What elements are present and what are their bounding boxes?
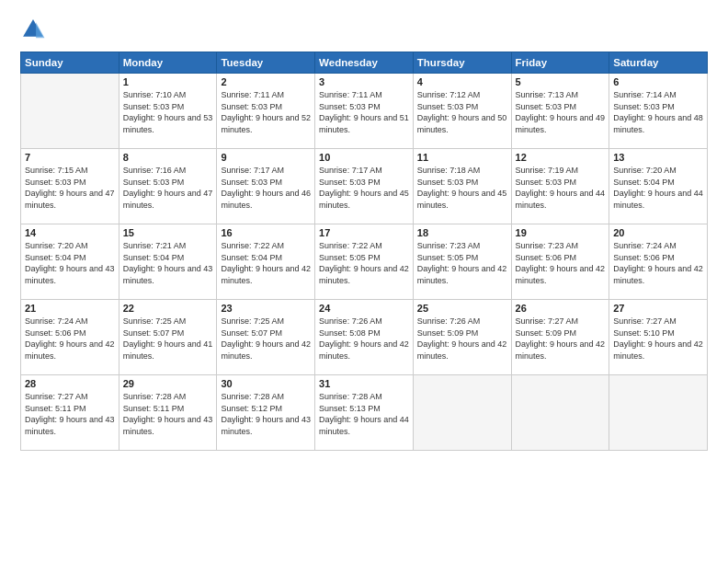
- day-cell: [21, 74, 119, 149]
- day-info: Sunrise: 7:23 AMSunset: 5:06 PMDaylight:…: [516, 240, 606, 286]
- week-row-4: 28Sunrise: 7:27 AMSunset: 5:11 PMDayligh…: [21, 375, 708, 451]
- day-number: 14: [25, 227, 115, 238]
- day-number: 30: [221, 378, 311, 389]
- day-cell: 9Sunrise: 7:17 AMSunset: 5:03 PMDaylight…: [217, 149, 315, 224]
- day-cell: 22Sunrise: 7:25 AMSunset: 5:07 PMDayligh…: [119, 300, 217, 375]
- day-number: 25: [417, 303, 507, 314]
- header-cell-sunday: Sunday: [21, 52, 119, 74]
- day-number: 10: [319, 152, 409, 163]
- day-info: Sunrise: 7:11 AMSunset: 5:03 PMDaylight:…: [221, 89, 311, 135]
- day-number: 31: [319, 378, 409, 389]
- day-number: 23: [221, 303, 311, 314]
- day-info: Sunrise: 7:22 AMSunset: 5:04 PMDaylight:…: [221, 240, 311, 286]
- day-number: 20: [613, 227, 703, 238]
- day-info: Sunrise: 7:20 AMSunset: 5:04 PMDaylight:…: [613, 165, 703, 211]
- day-info: Sunrise: 7:22 AMSunset: 5:05 PMDaylight:…: [319, 240, 409, 286]
- day-cell: 23Sunrise: 7:25 AMSunset: 5:07 PMDayligh…: [217, 300, 315, 375]
- day-cell: 1Sunrise: 7:10 AMSunset: 5:03 PMDaylight…: [119, 74, 217, 149]
- day-number: 27: [613, 303, 703, 314]
- day-cell: 3Sunrise: 7:11 AMSunset: 5:03 PMDaylight…: [315, 74, 414, 149]
- day-info: Sunrise: 7:25 AMSunset: 5:07 PMDaylight:…: [221, 316, 311, 362]
- day-info: Sunrise: 7:27 AMSunset: 5:11 PMDaylight:…: [25, 391, 115, 437]
- day-info: Sunrise: 7:20 AMSunset: 5:04 PMDaylight:…: [25, 240, 115, 286]
- header-cell-wednesday: Wednesday: [315, 52, 414, 74]
- day-cell: 2Sunrise: 7:11 AMSunset: 5:03 PMDaylight…: [217, 74, 315, 149]
- day-info: Sunrise: 7:17 AMSunset: 5:03 PMDaylight:…: [319, 165, 409, 211]
- header-cell-friday: Friday: [511, 52, 609, 74]
- header-row: SundayMondayTuesdayWednesdayThursdayFrid…: [21, 52, 708, 74]
- day-cell: [609, 375, 708, 451]
- day-number: 17: [319, 227, 409, 238]
- day-number: 1: [123, 76, 213, 87]
- day-cell: 28Sunrise: 7:27 AMSunset: 5:11 PMDayligh…: [21, 375, 119, 451]
- day-info: Sunrise: 7:27 AMSunset: 5:09 PMDaylight:…: [516, 316, 606, 362]
- day-cell: 20Sunrise: 7:24 AMSunset: 5:06 PMDayligh…: [609, 224, 708, 300]
- day-cell: 4Sunrise: 7:12 AMSunset: 5:03 PMDaylight…: [413, 74, 511, 149]
- day-info: Sunrise: 7:17 AMSunset: 5:03 PMDaylight:…: [221, 165, 311, 211]
- day-info: Sunrise: 7:21 AMSunset: 5:04 PMDaylight:…: [123, 240, 213, 286]
- day-cell: 21Sunrise: 7:24 AMSunset: 5:06 PMDayligh…: [21, 300, 119, 375]
- day-number: 2: [221, 76, 311, 87]
- day-info: Sunrise: 7:28 AMSunset: 5:12 PMDaylight:…: [221, 391, 311, 437]
- day-info: Sunrise: 7:23 AMSunset: 5:05 PMDaylight:…: [417, 240, 507, 286]
- logo: [20, 17, 50, 42]
- day-cell: 14Sunrise: 7:20 AMSunset: 5:04 PMDayligh…: [21, 224, 119, 300]
- day-number: 5: [516, 76, 606, 87]
- day-cell: 16Sunrise: 7:22 AMSunset: 5:04 PMDayligh…: [217, 224, 315, 300]
- day-number: 3: [319, 76, 409, 87]
- week-row-0: 1Sunrise: 7:10 AMSunset: 5:03 PMDaylight…: [21, 74, 708, 149]
- day-number: 12: [516, 152, 606, 163]
- day-info: Sunrise: 7:28 AMSunset: 5:11 PMDaylight:…: [123, 391, 213, 437]
- day-cell: 26Sunrise: 7:27 AMSunset: 5:09 PMDayligh…: [511, 300, 609, 375]
- day-info: Sunrise: 7:26 AMSunset: 5:09 PMDaylight:…: [417, 316, 507, 362]
- day-number: 6: [613, 76, 703, 87]
- day-info: Sunrise: 7:11 AMSunset: 5:03 PMDaylight:…: [319, 89, 409, 135]
- header-cell-thursday: Thursday: [413, 52, 511, 74]
- day-info: Sunrise: 7:26 AMSunset: 5:08 PMDaylight:…: [319, 316, 409, 362]
- day-info: Sunrise: 7:27 AMSunset: 5:10 PMDaylight:…: [613, 316, 703, 362]
- day-number: 21: [25, 303, 115, 314]
- logo-icon: [20, 17, 46, 42]
- day-cell: 12Sunrise: 7:19 AMSunset: 5:03 PMDayligh…: [511, 149, 609, 224]
- day-cell: 8Sunrise: 7:16 AMSunset: 5:03 PMDaylight…: [119, 149, 217, 224]
- day-cell: [511, 375, 609, 451]
- day-number: 7: [25, 152, 115, 163]
- day-cell: 31Sunrise: 7:28 AMSunset: 5:13 PMDayligh…: [315, 375, 414, 451]
- day-cell: 30Sunrise: 7:28 AMSunset: 5:12 PMDayligh…: [217, 375, 315, 451]
- header-cell-tuesday: Tuesday: [217, 52, 315, 74]
- day-number: 13: [613, 152, 703, 163]
- day-cell: 6Sunrise: 7:14 AMSunset: 5:03 PMDaylight…: [609, 74, 708, 149]
- day-cell: 25Sunrise: 7:26 AMSunset: 5:09 PMDayligh…: [413, 300, 511, 375]
- day-number: 9: [221, 152, 311, 163]
- day-info: Sunrise: 7:24 AMSunset: 5:06 PMDaylight:…: [25, 316, 115, 362]
- day-number: 26: [516, 303, 606, 314]
- day-number: 19: [516, 227, 606, 238]
- day-number: 8: [123, 152, 213, 163]
- week-row-1: 7Sunrise: 7:15 AMSunset: 5:03 PMDaylight…: [21, 149, 708, 224]
- day-cell: 29Sunrise: 7:28 AMSunset: 5:11 PMDayligh…: [119, 375, 217, 451]
- page: SundayMondayTuesdayWednesdayThursdayFrid…: [0, 0, 728, 563]
- day-cell: [413, 375, 511, 451]
- day-cell: 24Sunrise: 7:26 AMSunset: 5:08 PMDayligh…: [315, 300, 414, 375]
- week-row-3: 21Sunrise: 7:24 AMSunset: 5:06 PMDayligh…: [21, 300, 708, 375]
- day-info: Sunrise: 7:13 AMSunset: 5:03 PMDaylight:…: [516, 89, 606, 135]
- day-number: 4: [417, 76, 507, 87]
- day-cell: 15Sunrise: 7:21 AMSunset: 5:04 PMDayligh…: [119, 224, 217, 300]
- header: [20, 17, 708, 42]
- day-info: Sunrise: 7:19 AMSunset: 5:03 PMDaylight:…: [516, 165, 606, 211]
- day-number: 18: [417, 227, 507, 238]
- day-cell: 27Sunrise: 7:27 AMSunset: 5:10 PMDayligh…: [609, 300, 708, 375]
- day-number: 22: [123, 303, 213, 314]
- svg-marker-1: [36, 22, 44, 38]
- day-info: Sunrise: 7:12 AMSunset: 5:03 PMDaylight:…: [417, 89, 507, 135]
- day-number: 16: [221, 227, 311, 238]
- week-row-2: 14Sunrise: 7:20 AMSunset: 5:04 PMDayligh…: [21, 224, 708, 300]
- header-cell-monday: Monday: [119, 52, 217, 74]
- day-cell: 13Sunrise: 7:20 AMSunset: 5:04 PMDayligh…: [609, 149, 708, 224]
- day-cell: 17Sunrise: 7:22 AMSunset: 5:05 PMDayligh…: [315, 224, 414, 300]
- day-info: Sunrise: 7:25 AMSunset: 5:07 PMDaylight:…: [123, 316, 213, 362]
- header-cell-saturday: Saturday: [609, 52, 708, 74]
- day-number: 15: [123, 227, 213, 238]
- day-cell: 11Sunrise: 7:18 AMSunset: 5:03 PMDayligh…: [413, 149, 511, 224]
- day-info: Sunrise: 7:28 AMSunset: 5:13 PMDaylight:…: [319, 391, 409, 437]
